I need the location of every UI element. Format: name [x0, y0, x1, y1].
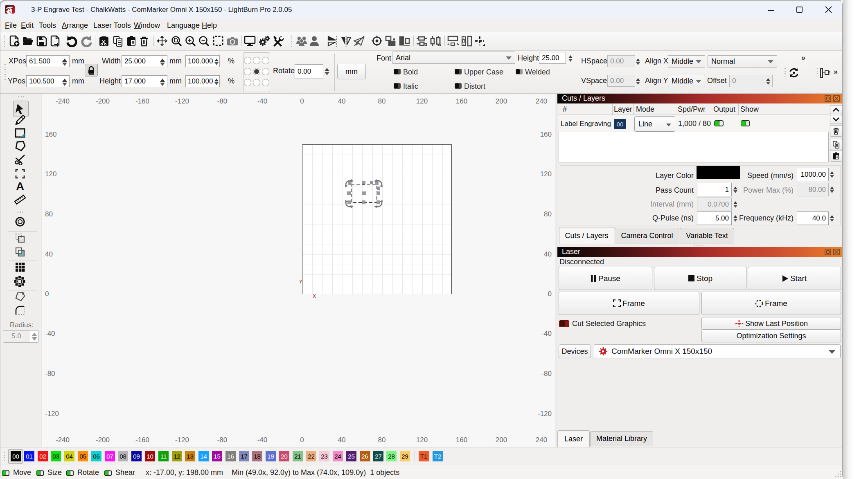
- svg-text:A: A: [16, 181, 24, 192]
